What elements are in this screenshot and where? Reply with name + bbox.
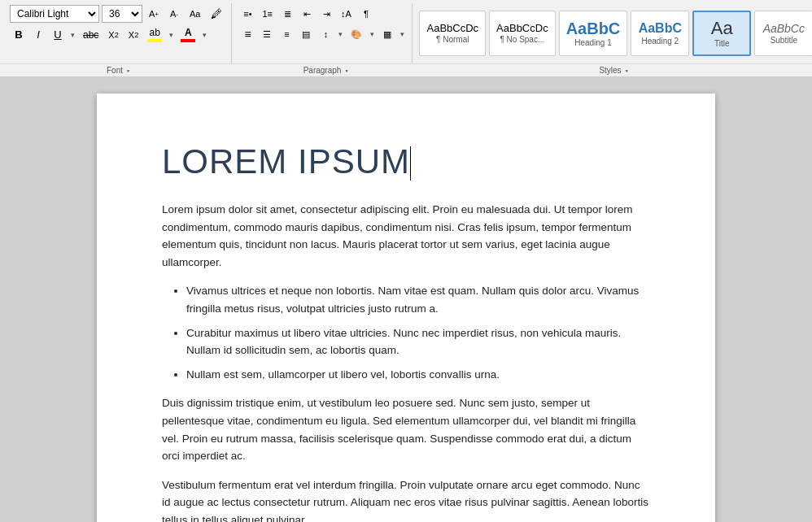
underline-dropdown[interactable]: ▾ (68, 29, 77, 41)
multilevel-btn[interactable]: ≣ (278, 5, 296, 23)
font-color-dropdown[interactable]: ▾ (200, 29, 209, 41)
para-expand-arrow[interactable]: ▪ (345, 67, 347, 75)
decrease-font-btn[interactable]: A- (165, 5, 183, 23)
paragraph-3: Vestibulum fermentum erat vel interdum f… (162, 476, 650, 522)
style-title-preview: Aa (711, 20, 733, 37)
para-row1: ≡• 1≡ ≣ ⇤ ⇥ ↕A ¶ (238, 5, 407, 23)
align-left-btn[interactable]: ≡ (238, 25, 256, 43)
style-heading2-label: Heading 2 (642, 37, 679, 46)
style-normal[interactable]: AaBbCcDc ¶ Normal (419, 11, 486, 56)
list-item-3: Nullam est sem, ullamcorper ut libero ve… (186, 366, 650, 384)
style-heading1[interactable]: AaBbC Heading 1 (559, 11, 628, 56)
underline-btn[interactable]: U (49, 26, 67, 44)
clear-format-btn[interactable]: 🖉 (207, 5, 226, 23)
font-group: Calibri Light Calibri Arial Times New Ro… (5, 3, 232, 63)
line-spacing-btn[interactable]: ↕ (317, 25, 334, 43)
paragraph-2: Duis dignissim tristique enim, ut vestib… (162, 394, 650, 464)
style-subtitle-preview: AaBbCc (763, 23, 805, 34)
document-title[interactable]: LOREM IPSUM (162, 142, 650, 181)
bullet-list: Vivamus ultrices et neque non lobortis. … (178, 282, 650, 383)
highlight-color-bar (147, 39, 162, 42)
sort-btn[interactable]: ↕A (337, 5, 356, 23)
styles-expand-arrow[interactable]: ▪ (625, 67, 627, 75)
para-row2: ≡ ☰ ≡ ▤ ↕ ▾ 🎨 ▾ ▦ ▾ (238, 25, 407, 43)
font-group-label: Font ▪ (0, 64, 236, 76)
para-group-label: Paragraph ▪ (236, 64, 415, 76)
ribbon: Calibri Light Calibri Arial Times New Ro… (0, 0, 812, 63)
style-title[interactable]: Aa Title (692, 11, 751, 56)
style-no-spacing-preview: AaBbCcDc (496, 23, 548, 33)
align-center-btn[interactable]: ☰ (258, 25, 276, 43)
strikethrough-btn[interactable]: abc (79, 26, 103, 44)
bold-btn[interactable]: B (10, 26, 28, 44)
font-name-select[interactable]: Calibri Light Calibri Arial Times New Ro… (10, 5, 99, 23)
style-heading1-label: Heading 1 (574, 38, 612, 47)
change-case-btn[interactable]: Aa (186, 5, 204, 23)
style-normal-label: ¶ Normal (436, 35, 469, 44)
font-color-bar (181, 39, 195, 42)
bullets-btn[interactable]: ≡• (238, 5, 256, 23)
toolbar: Calibri Light Calibri Arial Times New Ro… (0, 0, 812, 77)
show-marks-btn[interactable]: ¶ (357, 5, 375, 23)
styles-row: AaBbCcDc ¶ Normal AaBbCcDc ¶ No Spac... … (419, 5, 812, 62)
style-normal-preview: AaBbCcDc (426, 23, 478, 33)
increase-font-btn[interactable]: A+ (145, 5, 163, 23)
align-right-btn[interactable]: ≡ (277, 25, 295, 43)
text-highlight-btn[interactable]: ab (144, 25, 165, 44)
styles-group-label: Styles ▪ (415, 64, 812, 76)
style-no-spacing[interactable]: AaBbCcDc ¶ No Spac... (489, 11, 556, 56)
highlight-dropdown[interactable]: ▾ (167, 29, 176, 41)
style-subtitle[interactable]: AaBbCc Subtitle (754, 11, 812, 56)
increase-indent-btn[interactable]: ⇥ (317, 5, 335, 23)
subscript-btn[interactable]: X2 (104, 26, 122, 44)
page[interactable]: LOREM IPSUM Lorem ipsum dolor sit amet, … (97, 94, 715, 522)
style-heading2-preview: AaBbC (639, 22, 682, 35)
paragraph-group: ≡• 1≡ ≣ ⇤ ⇥ ↕A ¶ ≡ ☰ ≡ ▤ ↕ ▾ 🎨 ▾ ▦ ▾ (234, 3, 413, 63)
style-no-spacing-label: ¶ No Spac... (500, 35, 544, 44)
paragraph-1: Lorem ipsum dolor sit amet, consectetur … (162, 201, 650, 271)
superscript-btn[interactable]: X2 (124, 26, 142, 44)
font-size-select[interactable]: 36 891011 12141618 242832 4872 (102, 5, 142, 23)
style-subtitle-label: Subtitle (771, 36, 797, 45)
font-color-btn[interactable]: A (177, 25, 199, 44)
document-body[interactable]: Lorem ipsum dolor sit amet, consectetur … (162, 201, 650, 522)
italic-btn[interactable]: I (29, 26, 47, 44)
list-item-1: Vivamus ultrices et neque non lobortis. … (186, 282, 650, 317)
numbering-btn[interactable]: 1≡ (258, 5, 277, 23)
style-heading1-preview: AaBbC (566, 20, 621, 37)
borders-dropdown[interactable]: ▾ (398, 28, 407, 40)
font-row1: Calibri Light Calibri Arial Times New Ro… (10, 5, 226, 23)
font-expand-arrow[interactable]: ▪ (127, 67, 129, 75)
document-area: LOREM IPSUM Lorem ipsum dolor sit amet, … (0, 77, 812, 522)
list-item-2: Curabitur maximus ut libero vitae ultric… (186, 324, 650, 359)
style-heading2[interactable]: AaBbC Heading 2 (631, 11, 689, 56)
text-cursor (410, 146, 411, 181)
font-row2: B I U ▾ abc X2 X2 ab ▾ A ▾ (10, 25, 226, 44)
justify-btn[interactable]: ▤ (297, 25, 315, 43)
ribbon-labels: Font ▪ Paragraph ▪ Styles ▪ (0, 63, 812, 76)
line-spacing-dropdown[interactable]: ▾ (336, 28, 345, 40)
decrease-indent-btn[interactable]: ⇤ (298, 5, 316, 23)
style-title-label: Title (714, 39, 730, 48)
styles-group: AaBbCcDc ¶ Normal AaBbCcDc ¶ No Spac... … (414, 3, 812, 63)
borders-btn[interactable]: ▦ (378, 25, 396, 43)
shading-btn[interactable]: 🎨 (347, 25, 366, 43)
shading-dropdown[interactable]: ▾ (368, 28, 377, 40)
